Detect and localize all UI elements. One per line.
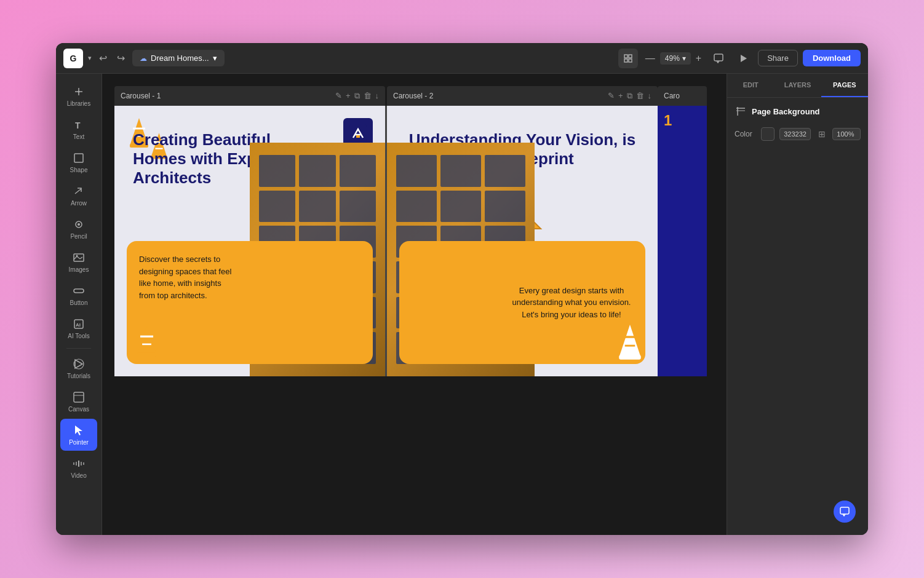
svg-rect-4 — [714, 54, 723, 61]
zoom-control: — 49% ▾ + — [643, 52, 704, 65]
carousel-1-more-icon[interactable]: ↓ — [375, 91, 380, 101]
sidebar-item-libraries[interactable]: Libraries — [60, 80, 97, 112]
svg-line-17 — [80, 257, 82, 259]
sidebar-item-video[interactable]: Video — [60, 452, 97, 484]
carousel-2-more-icon[interactable]: ↓ — [648, 91, 652, 101]
sidebar-item-pencil-label: Pencil — [70, 233, 87, 240]
document-title-label: Dream Homes... — [151, 53, 209, 63]
slide-2-body-text: Every great design starts with understan… — [510, 285, 633, 321]
slide-1-wrapper[interactable]: Creating Beautiful Homes with Expert Arc… — [114, 106, 385, 376]
slide-3-preview[interactable]: 1 — [658, 106, 707, 376]
carousel-row: Carousel - 1 ✎ + ⧉ 🗑 ↓ — [114, 86, 714, 376]
sidebar-item-canvas[interactable]: Canvas — [60, 386, 97, 418]
zoom-chevron-icon: ▾ — [682, 54, 686, 63]
sidebar-item-tutorials[interactable]: Tutorials — [60, 352, 97, 384]
tab-layers[interactable]: LAYERS — [774, 74, 821, 97]
sidebar-item-arrow-label: Arrow — [71, 200, 87, 207]
carousel-1-header: Carousel - 1 ✎ + ⧉ 🗑 ↓ — [114, 86, 385, 106]
right-panel-tabs: EDIT LAYERS PAGES — [727, 74, 868, 98]
svg-rect-24 — [74, 392, 84, 402]
svg-rect-48 — [137, 353, 157, 357]
page-background-icon — [735, 105, 747, 117]
svg-text:AI: AI — [76, 322, 81, 328]
canvas-area[interactable]: Carousel - 1 ✎ + ⧉ 🗑 ↓ — [102, 74, 727, 535]
carousel-2-actions: ✎ + ⧉ 🗑 ↓ — [608, 91, 651, 101]
sidebar-item-libraries-label: Libraries — [67, 100, 90, 107]
main-body: Libraries T Text Shape Arrow Pencil — [56, 74, 868, 535]
carousel-1-edit-icon[interactable]: ✎ — [335, 91, 342, 101]
svg-point-13 — [78, 223, 80, 226]
svg-text:T: T — [75, 121, 81, 130]
sidebar-item-shape[interactable]: Shape — [60, 146, 97, 178]
svg-rect-19 — [74, 289, 84, 293]
svg-rect-34 — [356, 135, 360, 138]
carousel-1-title: Carousel - 1 — [121, 92, 330, 100]
sidebar-item-button[interactable]: Button — [60, 279, 97, 311]
svg-marker-22 — [75, 360, 82, 368]
sidebar-divider — [66, 348, 91, 349]
svg-line-11 — [75, 189, 81, 194]
panel-content: Page Background Color 323232 ⊞ 100% — [727, 98, 868, 324]
carousel-2-delete-icon[interactable]: 🗑 — [636, 91, 644, 101]
carousel-2-header: Carousel - 2 ✎ + ⧉ 🗑 ↓ — [387, 86, 658, 106]
svg-rect-61 — [840, 507, 849, 514]
sidebar-item-ai-tools[interactable]: AI AI Tools — [60, 312, 97, 344]
comment-button[interactable] — [709, 49, 728, 68]
sidebar-item-canvas-label: Canvas — [68, 406, 89, 413]
sidebar-item-pencil[interactable]: Pencil — [60, 213, 97, 245]
right-panel: EDIT LAYERS PAGES Page Background — [727, 74, 868, 535]
frame-button[interactable] — [618, 49, 638, 68]
cone-bottom-right — [615, 321, 645, 361]
opacity-value-input[interactable]: 100% — [832, 128, 861, 140]
zoom-in-button[interactable]: + — [693, 52, 704, 65]
svg-rect-2 — [624, 59, 627, 62]
sidebar-item-images[interactable]: Images — [60, 246, 97, 278]
zoom-percentage: 49% — [665, 54, 680, 63]
color-swatch[interactable] — [761, 127, 775, 141]
sidebar-item-video-label: Video — [71, 472, 86, 479]
left-sidebar: Libraries T Text Shape Arrow Pencil — [56, 74, 102, 535]
slide-2-wrapper[interactable]: Understanding Your Vision, is Our Bluepr… — [387, 106, 658, 376]
carousel-1-copy-icon[interactable]: ⧉ — [354, 91, 360, 101]
color-value-input[interactable]: 323232 — [779, 128, 811, 140]
tab-pages[interactable]: PAGES — [821, 74, 868, 97]
svg-marker-5 — [741, 55, 747, 62]
svg-rect-10 — [74, 154, 83, 162]
download-button[interactable]: Download — [803, 50, 861, 66]
sidebar-item-pointer-label: Pointer — [69, 439, 89, 446]
carousel-2-copy-icon[interactable]: ⧉ — [627, 91, 632, 101]
sidebar-item-text[interactable]: T Text — [60, 113, 97, 145]
carousel-1-delete-icon[interactable]: 🗑 — [364, 91, 372, 101]
carousel-1-add-icon[interactable]: + — [346, 91, 351, 101]
svg-rect-1 — [629, 55, 632, 58]
opacity-icon: ⊞ — [816, 127, 827, 141]
tab-edit[interactable]: EDIT — [727, 74, 774, 97]
carousel-2-add-icon[interactable]: + — [618, 91, 623, 101]
sidebar-item-tutorials-label: Tutorials — [67, 373, 90, 379]
zoom-out-button[interactable]: — — [643, 52, 658, 65]
doc-chevron-icon: ▾ — [213, 53, 217, 63]
top-bar-right: Share Download — [709, 49, 861, 68]
play-button[interactable] — [733, 49, 753, 68]
carousel-1-actions: ✎ + ⧉ 🗑 ↓ — [335, 91, 379, 101]
color-row: Color 323232 ⊞ 100% — [735, 127, 861, 141]
logo-button[interactable]: G — [63, 49, 83, 68]
svg-marker-47 — [137, 325, 157, 354]
chat-bubble-button[interactable] — [834, 501, 856, 523]
carousel-2-edit-icon[interactable]: ✎ — [608, 91, 615, 101]
panel-section-header: Page Background — [735, 105, 861, 117]
carousel-panel-2: Carousel - 2 ✎ + ⧉ 🗑 ↓ Understanding Yo — [387, 86, 658, 376]
redo-button[interactable]: ↪ — [114, 50, 127, 66]
zoom-value-display[interactable]: 49% ▾ — [660, 52, 691, 65]
sidebar-item-ai-label: AI Tools — [68, 333, 89, 339]
svg-marker-54 — [619, 325, 640, 357]
carousel-panel-1: Carousel - 1 ✎ + ⧉ 🗑 ↓ — [114, 86, 385, 376]
sidebar-item-pointer[interactable]: Pointer — [60, 419, 97, 451]
document-title-button[interactable]: ☁ Dream Homes... ▾ — [132, 50, 225, 66]
slide-1-yellow-box: Discover the secrets to designing spaces… — [127, 241, 373, 364]
undo-button[interactable]: ↩ — [97, 50, 110, 66]
share-button[interactable]: Share — [758, 50, 798, 66]
sidebar-item-arrow[interactable]: Arrow — [60, 180, 97, 212]
svg-rect-55 — [619, 355, 640, 360]
logo-chevron-icon[interactable]: ▾ — [88, 54, 92, 62]
